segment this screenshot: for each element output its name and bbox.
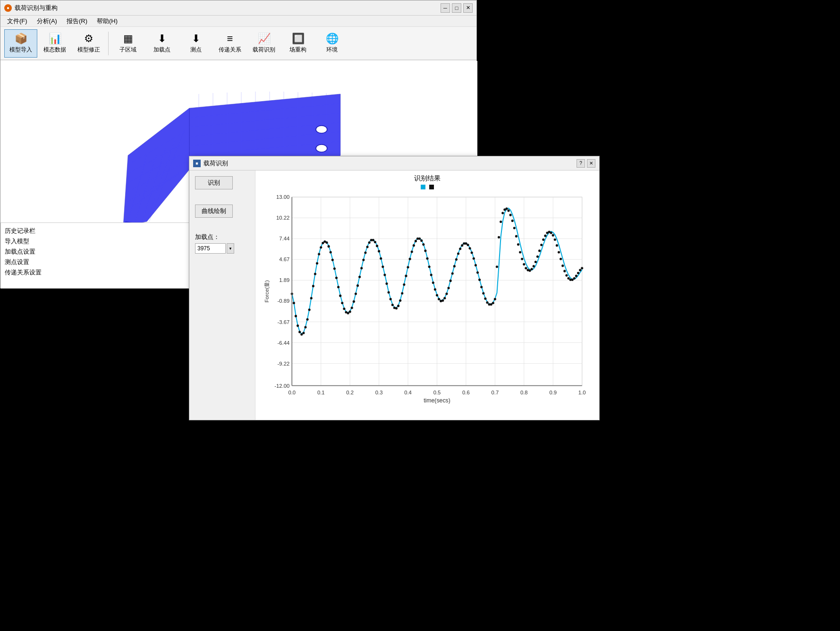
svg-point-116 [366, 246, 368, 248]
svg-point-174 [478, 279, 481, 281]
svg-point-153 [438, 298, 440, 300]
svg-point-207 [542, 239, 544, 241]
svg-text:-6.44: -6.44 [278, 340, 290, 346]
svg-point-161 [453, 265, 456, 267]
svg-point-177 [484, 298, 486, 300]
svg-point-216 [560, 258, 562, 260]
svg-point-220 [567, 277, 569, 280]
svg-point-184 [498, 236, 500, 239]
svg-point-203 [535, 261, 537, 263]
tool-load-point-label: 加载点 [153, 46, 170, 54]
dialog-help-button[interactable]: ? [577, 159, 585, 168]
svg-point-156 [443, 297, 446, 299]
load-point-section: 加载点： 3975 ▼ [195, 233, 249, 254]
svg-point-108 [351, 307, 353, 309]
svg-point-97 [330, 251, 332, 253]
maximize-button[interactable]: □ [452, 3, 461, 13]
svg-point-84 [304, 326, 306, 328]
tool-load-point[interactable]: ⬇ 加载点 [145, 29, 178, 58]
svg-point-191 [511, 220, 514, 222]
menu-report[interactable]: 报告(R) [62, 16, 92, 26]
tool-field-recon[interactable]: 🔲 场重构 [281, 29, 314, 58]
svg-point-140 [413, 244, 415, 247]
tool-load-identify-label: 载荷识别 [253, 46, 275, 54]
svg-point-214 [556, 244, 558, 247]
chart-title: 识别结果 [259, 174, 595, 183]
svg-text:7.44: 7.44 [279, 236, 289, 241]
load-point-value[interactable]: 3975 [195, 243, 226, 254]
svg-point-133 [399, 299, 401, 302]
menu-file[interactable]: 文件(F) [2, 16, 32, 26]
svg-point-204 [536, 256, 539, 258]
modal-data-icon: 📊 [49, 33, 61, 45]
svg-point-167 [465, 242, 467, 245]
svg-point-83 [302, 332, 305, 334]
svg-point-186 [501, 212, 504, 214]
draw-curve-button[interactable]: 曲线绘制 [195, 205, 233, 218]
svg-point-192 [513, 227, 516, 229]
svg-point-158 [447, 287, 450, 289]
svg-point-225 [577, 272, 579, 274]
svg-point-147 [426, 257, 428, 260]
tool-sub-region[interactable]: ▦ 子区域 [111, 29, 144, 58]
dialog-close-button[interactable]: ✕ [587, 159, 595, 168]
svg-point-164 [459, 247, 461, 250]
tool-import-model[interactable]: 📦 模型导入 [4, 29, 37, 58]
svg-point-81 [298, 331, 301, 333]
dialog-left-panel: 识别 曲线绘制 加载点： 3975 ▼ [189, 171, 255, 420]
menu-help[interactable]: 帮助(H) [92, 16, 122, 26]
field-recon-icon: 🔲 [292, 33, 305, 45]
menu-analysis[interactable]: 分析(A) [32, 16, 62, 26]
svg-point-101 [337, 286, 339, 288]
svg-text:0.4: 0.4 [404, 390, 412, 395]
svg-point-88 [312, 285, 314, 287]
svg-point-96 [328, 245, 330, 247]
chart-svg: 13.00 10.22 7.44 4.67 1.89 -0.89 -3.67 -… [259, 192, 595, 405]
svg-point-205 [538, 249, 541, 252]
svg-point-163 [457, 252, 459, 255]
tool-model-fix[interactable]: ⚙ 模型修正 [72, 29, 105, 58]
svg-text:-0.89: -0.89 [278, 298, 290, 304]
svg-point-82 [300, 333, 303, 335]
legend-black-box [429, 185, 434, 189]
tool-measure-point[interactable]: ⬇ 测点 [179, 29, 212, 58]
svg-text:1.0: 1.0 [578, 390, 586, 395]
svg-point-109 [353, 300, 355, 303]
close-button[interactable]: ✕ [463, 3, 473, 13]
tool-modal-data[interactable]: 📊 模态数据 [38, 29, 71, 58]
svg-point-171 [473, 257, 475, 260]
svg-point-202 [533, 265, 535, 267]
svg-point-181 [492, 302, 494, 304]
minimize-button[interactable]: ─ [441, 3, 450, 13]
svg-point-127 [388, 291, 390, 293]
identify-button[interactable]: 识别 [195, 176, 233, 189]
svg-point-137 [407, 266, 409, 268]
svg-point-151 [434, 288, 436, 290]
svg-point-223 [573, 277, 576, 280]
measure-point-icon: ⬇ [192, 33, 200, 45]
svg-point-136 [405, 275, 407, 277]
tool-load-identify[interactable]: 📈 载荷识别 [247, 29, 280, 58]
svg-point-215 [558, 251, 560, 253]
svg-text:0.9: 0.9 [549, 390, 557, 395]
load-point-dropdown-arrow[interactable]: ▼ [227, 243, 234, 254]
svg-point-78 [293, 302, 295, 304]
load-identify-icon: 📈 [258, 33, 271, 45]
svg-point-87 [310, 297, 313, 299]
svg-point-160 [451, 272, 454, 274]
tool-transfer[interactable]: ≡ 传递关系 [213, 29, 246, 58]
toolbar: 📦 模型导入 📊 模态数据 ⚙ 模型修正 ▦ 子区域 ⬇ 加载点 ⬇ 测点 ≡ … [0, 27, 476, 60]
svg-point-98 [331, 259, 334, 261]
svg-point-100 [335, 277, 338, 279]
tool-environment[interactable]: 🌐 环境 [315, 29, 348, 58]
svg-point-124 [382, 265, 384, 268]
app-icon: ● [4, 4, 12, 12]
svg-marker-3 [123, 108, 189, 226]
svg-text:0.6: 0.6 [462, 390, 470, 395]
svg-point-201 [531, 268, 533, 270]
svg-text:Force(量): Force(量) [264, 280, 270, 303]
svg-point-89 [314, 273, 316, 275]
svg-text:time(secs): time(secs) [424, 397, 450, 404]
svg-point-107 [349, 310, 351, 313]
svg-point-188 [505, 207, 508, 210]
